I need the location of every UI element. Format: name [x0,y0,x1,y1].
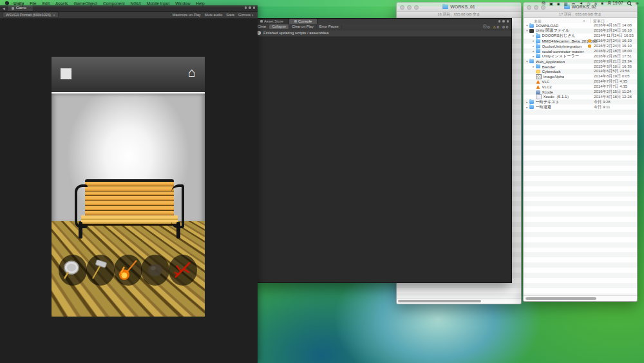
disclosure-triangle[interactable] [525,60,529,63]
disclosure-triangle[interactable] [525,24,529,27]
tag-dot [588,80,591,83]
camera-icon[interactable]: ▣ [549,1,553,6]
tag-dot [588,55,591,58]
window-control-dots[interactable] [245,6,256,9]
info-icon: ⓘ [483,25,487,29]
error-count-toggle[interactable]: ⊘0 [502,25,508,29]
item-slot-hammer[interactable] [86,255,115,286]
disclosure-triangle[interactable] [525,101,529,104]
menu-help[interactable]: Help [196,1,204,6]
tag-dot [588,65,591,68]
horizontal-scrollbar[interactable] [397,298,521,304]
disclosure-triangle[interactable] [531,34,536,37]
menu-window[interactable]: Window [175,1,190,6]
disclosure-triangle[interactable] [531,65,536,68]
menu-edit[interactable]: Edit [43,1,50,6]
scrollbar-thumb[interactable] [526,297,596,300]
file-name: Web_Application [536,59,565,64]
bench[interactable] [77,179,182,239]
clock-app-icon[interactable]: ◷ [587,1,590,6]
item-slot-stone[interactable] [141,255,169,286]
tab-asset-store[interactable]: Asset Store [255,19,289,24]
file-name: ImageAlpha [544,74,565,79]
maximize-on-play-toggle[interactable]: Maximize on Play [173,13,201,17]
window-control-dots[interactable] [498,20,509,23]
disclosure-triangle[interactable] [531,44,536,48]
volume-icon[interactable]: ◄ [579,1,583,5]
collapse-chevron-icon[interactable]: ◀ [3,6,5,10]
file-list[interactable]: DOWNLOAD2016年4月16日 14:08 Unity 関連ファイル201… [524,23,637,295]
shield-icon[interactable]: ◉ [557,1,560,6]
error-pause-button[interactable]: Error Pause [317,25,342,29]
grid-menu-icon[interactable] [61,68,71,79]
gizmos-dropdown[interactable]: Gizmos▼ [238,13,254,17]
tag-dot [588,95,591,99]
log-message: Finished updating scripts / assemblies [263,31,328,35]
display-icon[interactable]: ▥ [564,1,568,6]
tag-dot [588,101,591,104]
spotlight-icon[interactable] [627,1,631,5]
disclosure-triangle[interactable] [531,39,536,43]
stats-toggle[interactable]: Stats [226,13,234,17]
apple-menu-icon[interactable] [5,1,9,5]
tag-dot [588,34,591,37]
warning-count-toggle[interactable]: ⚠0 [493,25,499,29]
tag-dot [588,29,591,32]
disclosure-triangle[interactable] [531,55,536,58]
game-top-bar: ⌂ [52,57,205,93]
menu-gameobject[interactable]: GameObject [73,1,97,6]
battery-icon[interactable]: ▭ [572,1,576,6]
file-name: OculusUnityIntegration [542,44,582,48]
item-slot-burning-match[interactable] [114,255,142,286]
menu-file[interactable]: File [30,1,36,6]
file-icon [536,49,540,53]
scrollbar-thumb[interactable] [398,300,481,303]
home-icon[interactable]: ⌂ [188,66,196,79]
wifi-icon[interactable]: ≋ [594,1,597,6]
unity-console-window: Asset Store Console Clear Collapse Clear… [254,18,512,283]
input-source-icon[interactable]: ■ [601,1,603,5]
xcode-icon [536,90,540,94]
tag-dot [588,106,591,109]
file-icon [529,59,534,63]
console-toolbar: Clear Collapse Clear on Play Error Pause… [255,24,511,30]
game-view-toolbar: WSVGA Portrait (600x1024)▼ Maximize on P… [0,12,258,19]
menu-clock[interactable]: 月 19:07 [607,1,623,6]
resolution-dropdown[interactable]: WSVGA Portrait (600x1024)▼ [3,12,59,18]
console-icon [294,20,297,23]
disclosure-triangle[interactable] [525,29,529,32]
file-row[interactable]: 一時退避今日 9:11 [524,104,637,110]
tab-console[interactable]: Console [289,19,317,24]
mute-audio-toggle[interactable]: Mute audio [205,13,223,17]
menu-component[interactable]: Component [103,1,125,6]
item-slot-red-coral[interactable] [169,255,197,286]
game-viewport[interactable]: ⌂ [52,57,205,317]
menu-app-name[interactable]: Unity [14,1,24,6]
disclosure-triangle[interactable] [531,50,536,53]
file-name: 一時退避 [536,104,551,110]
file-icon [536,64,540,68]
tag-dot [588,90,591,93]
info-count-toggle[interactable]: ⓘ0 [483,25,489,29]
disclosure-triangle[interactable] [525,106,529,109]
console-log-entry[interactable]: Finished updating scripts / assemblies [255,30,511,37]
menu-assets[interactable]: Assets [55,1,68,6]
status-bar: 17 項目、655.68 GB 空き [524,12,637,18]
clear-on-play-button[interactable]: Clear on Play [289,25,317,29]
file-icon [529,24,534,28]
vlc-icon [536,85,540,89]
collapse-button[interactable]: Collapse [269,25,289,29]
menu-ngui[interactable]: NGUI [131,1,141,6]
cyberduck-icon [536,70,540,74]
tag-dot [588,85,591,88]
item-slot-magnifier[interactable] [59,255,87,286]
notification-center-icon[interactable]: ☰ [636,1,639,6]
app-m-icon[interactable]: Ⓜ [542,1,545,6]
console-tab-bar: Asset Store Console [255,19,511,24]
file-icon [529,105,534,109]
menu-mobile-input[interactable]: Mobile Input [147,1,169,6]
tag-dot [588,24,591,27]
horizontal-scrollbar[interactable] [524,295,637,301]
tag-dot [588,70,591,73]
file-icon [536,34,540,38]
